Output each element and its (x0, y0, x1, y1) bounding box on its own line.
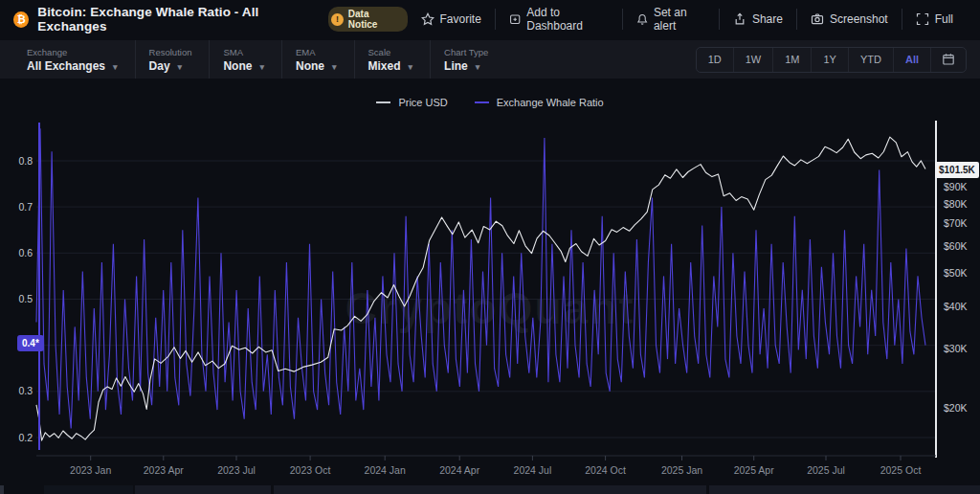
left-axis-tick: 0.6 (18, 247, 33, 258)
right-axis-tick: $30K (944, 343, 968, 354)
left-axis-tick: 0.3 (18, 385, 33, 396)
cryptoquant-watermark: CryptoQuant (345, 283, 635, 333)
x-axis-tick: 2023 Jul (217, 464, 256, 476)
whale-ratio-line (36, 128, 925, 428)
whale-ratio-line-swatch (475, 101, 489, 103)
screenshot-button[interactable]: Screenshot (796, 9, 902, 30)
set-alert-button[interactable]: Set an alert (622, 9, 719, 30)
x-axis-tick: 2025 Jul (807, 464, 845, 476)
legend-price-label: Price USD (398, 97, 447, 108)
page-title: Bitcoin: Exchange Whale Ratio - All Exch… (37, 5, 320, 34)
add-to-dashboard-button[interactable]: Add to Dashboard (495, 9, 622, 30)
x-axis-tick: 2023 Oct (290, 464, 331, 476)
right-axis-tick: $90K (944, 181, 968, 192)
dashboard-add-icon (509, 12, 521, 26)
right-axis-tick: $70K (944, 217, 968, 229)
calendar-icon (942, 53, 955, 66)
x-axis-tick: 2025 Oct (880, 464, 922, 476)
chart-header: ₿ Bitcoin: Exchange Whale Ratio - All Ex… (13, 5, 408, 34)
share-label: Share (752, 12, 783, 26)
right-axis-tick: $40K (944, 301, 968, 312)
header-actions: Favorite Add to Dashboard Set an alert S… (408, 9, 967, 30)
sma-label: SMA (223, 47, 264, 57)
ema-value: None (296, 59, 324, 73)
right-axis-tick: $80K (944, 198, 968, 210)
cryptoquant-app: { "header": { "coin_symbol": "₿", "title… (0, 0, 980, 494)
table-cell (135, 485, 271, 494)
chevron-down-icon (259, 59, 264, 73)
x-axis-tick: 2024 Jul (514, 464, 552, 476)
range-1w-button[interactable]: 1W (733, 48, 773, 72)
camera-icon (811, 12, 824, 26)
exchange-label: Exchange (27, 47, 118, 57)
top-bar: ₿ Bitcoin: Exchange Whale Ratio - All Ex… (0, 0, 980, 38)
chart-type-dropdown[interactable]: Chart Type Line (430, 40, 505, 79)
add-to-dashboard-label: Add to Dashboard (526, 6, 608, 33)
chart-type-value: Line (444, 59, 468, 73)
price-line-swatch (376, 101, 390, 103)
left-axis-tick: 0.8 (18, 155, 33, 167)
chart-toolbar: Exchange All Exchanges Resolution Day SM… (0, 40, 980, 79)
left-axis-tick: 0.7 (18, 201, 33, 213)
screenshot-label: Screenshot (830, 12, 888, 26)
chart-type-label: Chart Type (444, 47, 488, 57)
chevron-down-icon (476, 59, 480, 73)
sma-value: None (223, 59, 252, 73)
table-cell (44, 485, 133, 494)
time-range-selector: 1D 1W 1M 1Y YTD All (696, 47, 967, 73)
range-1m-button[interactable]: 1M (772, 48, 811, 72)
resolution-value: Day (149, 59, 170, 73)
data-notice-badge[interactable]: ! Data Notice (328, 7, 407, 32)
warning-icon: ! (331, 13, 343, 26)
share-icon (733, 12, 746, 26)
range-1y-button[interactable]: 1Y (811, 48, 847, 72)
legend-item-price[interactable]: Price USD (376, 97, 447, 108)
fullscreen-icon (916, 12, 929, 26)
current-ratio-badge: 0.4* (17, 335, 44, 351)
scale-value: Mixed (368, 59, 401, 73)
share-button[interactable]: Share (719, 9, 796, 30)
favorite-label: Favorite (440, 12, 481, 26)
range-1d-button[interactable]: 1D (697, 48, 733, 72)
data-notice-label: Data Notice (348, 9, 399, 30)
x-axis-tick: 2024 Apr (439, 464, 480, 476)
current-price-badge: $101.5K (935, 162, 979, 178)
left-axis-tick: 0.2 (18, 432, 33, 443)
chevron-down-icon (178, 59, 183, 73)
legend-whale-ratio-label: Exchange Whale Ratio (497, 97, 604, 108)
chevron-down-icon (113, 59, 118, 73)
chevron-down-icon (332, 59, 337, 73)
chart-legend: Price USD Exchange Whale Ratio (0, 97, 980, 108)
table-cell (709, 485, 980, 494)
exchange-value: All Exchanges (27, 59, 105, 73)
favorite-button[interactable]: Favorite (408, 9, 495, 30)
x-axis-tick: 2024 Oct (585, 464, 626, 476)
x-axis-tick: 2024 Jan (365, 464, 406, 476)
x-axis-tick: 2025 Jan (661, 464, 702, 476)
scrollbar-nub[interactable] (0, 485, 4, 494)
resolution-label: Resolution (149, 47, 192, 57)
chart-controls: Exchange All Exchanges Resolution Day SM… (13, 40, 505, 79)
x-axis-tick: 2023 Jan (70, 464, 111, 476)
resolution-dropdown[interactable]: Resolution Day (135, 40, 210, 79)
sma-dropdown[interactable]: SMA None (209, 40, 281, 79)
fullscreen-label: Full (935, 12, 953, 26)
bell-icon (636, 12, 648, 26)
scale-dropdown[interactable]: Scale Mixed (354, 40, 431, 79)
range-ytd-button[interactable]: YTD (848, 48, 893, 72)
x-axis-tick: 2025 Apr (734, 464, 775, 476)
scale-label: Scale (368, 47, 413, 57)
star-icon (421, 12, 434, 26)
table-cell (274, 485, 706, 494)
date-picker-button[interactable] (930, 48, 966, 72)
x-axis-tick: 2023 Apr (144, 464, 185, 476)
fullscreen-button[interactable]: Full (902, 9, 967, 30)
exchange-dropdown[interactable]: Exchange All Exchanges (13, 40, 135, 79)
right-axis-tick: $60K (944, 240, 968, 252)
right-axis-tick: $50K (944, 267, 968, 279)
set-alert-label: Set an alert (654, 6, 705, 33)
range-all-button[interactable]: All (893, 48, 930, 72)
left-axis-tick: 0.5 (18, 293, 33, 304)
legend-item-whale-ratio[interactable]: Exchange Whale Ratio (475, 97, 604, 108)
ema-dropdown[interactable]: EMA None (281, 40, 354, 79)
